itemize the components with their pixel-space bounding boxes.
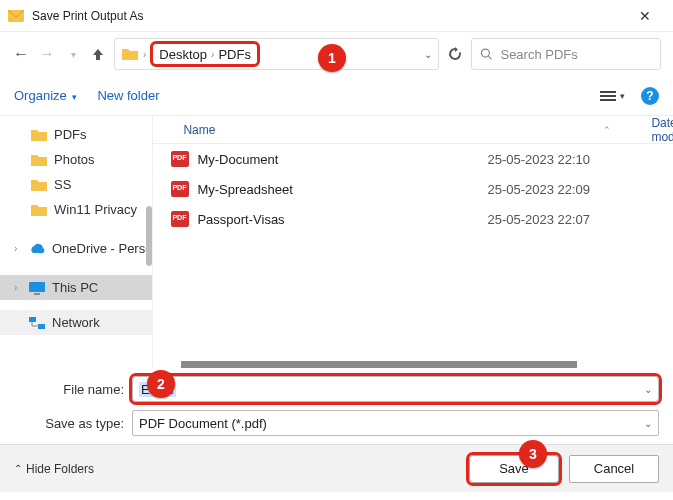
chevron-down-icon[interactable]: ⌄ bbox=[644, 418, 652, 429]
chevron-up-icon: ⌃ bbox=[14, 463, 22, 474]
col-date[interactable]: Date modified bbox=[651, 116, 673, 144]
view-menu[interactable]: ▾ bbox=[600, 90, 625, 102]
forward-button[interactable]: → bbox=[38, 45, 56, 63]
file-row[interactable]: My-Spreadsheet25-05-2023 22:09 bbox=[153, 174, 673, 204]
refresh-button[interactable] bbox=[447, 46, 463, 62]
sidebar-network[interactable]: ›Network bbox=[0, 310, 152, 335]
cloud-icon bbox=[28, 242, 46, 256]
help-button[interactable]: ? bbox=[641, 87, 659, 105]
folder-icon bbox=[30, 153, 48, 167]
callout-3: 3 bbox=[519, 440, 547, 468]
col-name[interactable]: Name bbox=[183, 123, 483, 137]
footer: ⌃ Hide Folders Save Cancel bbox=[0, 444, 673, 492]
sidebar: PDFs Photos SS Win11 Privacy ›OneDrive -… bbox=[0, 116, 152, 368]
callout-1: 1 bbox=[318, 44, 346, 72]
pdf-icon bbox=[171, 181, 189, 197]
file-list: Name ⌃ Date modified My-Document25-05-20… bbox=[152, 116, 673, 368]
chevron-right-icon: › bbox=[14, 243, 22, 254]
sidebar-folder[interactable]: Photos bbox=[0, 147, 152, 172]
svg-point-1 bbox=[481, 49, 489, 57]
cancel-button[interactable]: Cancel bbox=[569, 455, 659, 483]
folder-icon bbox=[30, 178, 48, 192]
saveastype-value: PDF Document (*.pdf) bbox=[139, 416, 267, 431]
file-row[interactable]: Passport-Visas25-05-2023 22:07 bbox=[153, 204, 673, 234]
search-icon bbox=[480, 47, 492, 61]
saveastype-label: Save as type: bbox=[40, 416, 132, 431]
organize-menu[interactable]: Organize ▾ bbox=[14, 88, 77, 103]
saveastype-select[interactable]: PDF Document (*.pdf) ⌄ bbox=[132, 410, 659, 436]
chevron-right-icon: › bbox=[143, 49, 146, 60]
sidebar-onedrive[interactable]: ›OneDrive - Perso bbox=[0, 236, 152, 261]
svg-rect-8 bbox=[29, 317, 36, 322]
svg-rect-7 bbox=[34, 293, 40, 295]
breadcrumb-desktop[interactable]: Desktop bbox=[159, 47, 207, 62]
new-folder-button[interactable]: New folder bbox=[97, 88, 159, 103]
envelope-icon bbox=[8, 10, 24, 22]
address-dropdown[interactable]: ⌄ bbox=[424, 49, 432, 60]
chevron-down-icon[interactable]: ⌄ bbox=[644, 384, 652, 395]
folder-icon bbox=[30, 203, 48, 217]
svg-rect-9 bbox=[38, 324, 45, 329]
close-button[interactable]: ✕ bbox=[625, 8, 665, 24]
back-button[interactable]: ← bbox=[12, 45, 30, 63]
chevron-right-icon: › bbox=[14, 282, 22, 293]
sidebar-folder[interactable]: SS bbox=[0, 172, 152, 197]
pdf-icon bbox=[171, 151, 189, 167]
sidebar-folder[interactable]: Win11 Privacy bbox=[0, 197, 152, 222]
svg-line-2 bbox=[488, 56, 491, 59]
form-area: File name: Email ⌄ Save as type: PDF Doc… bbox=[0, 368, 673, 436]
file-row[interactable]: My-Document25-05-2023 22:10 bbox=[153, 144, 673, 174]
monitor-icon bbox=[28, 281, 46, 295]
toolbar: Organize ▾ New folder ▾ ? bbox=[0, 76, 673, 116]
pdf-icon bbox=[171, 211, 189, 227]
breadcrumb-highlight: Desktop › PDFs bbox=[150, 41, 260, 67]
folder-icon bbox=[121, 47, 139, 61]
folder-icon bbox=[30, 128, 48, 142]
callout-2: 2 bbox=[147, 370, 175, 398]
horizontal-scrollbar[interactable] bbox=[181, 361, 576, 368]
breadcrumb-pdfs[interactable]: PDFs bbox=[218, 47, 251, 62]
network-icon bbox=[28, 316, 46, 330]
sidebar-this-pc[interactable]: ›This PC bbox=[0, 275, 152, 300]
sort-indicator-icon: ⌃ bbox=[603, 125, 611, 135]
title-bar: Save Print Output As ✕ bbox=[0, 0, 673, 32]
search-box[interactable] bbox=[471, 38, 661, 70]
address-bar[interactable]: › Desktop › PDFs ⌄ bbox=[114, 38, 439, 70]
hide-folders-link[interactable]: ⌃ Hide Folders bbox=[14, 462, 94, 476]
search-input[interactable] bbox=[498, 46, 652, 63]
sidebar-folder[interactable]: PDFs bbox=[0, 122, 152, 147]
window-title: Save Print Output As bbox=[32, 9, 625, 23]
svg-rect-6 bbox=[29, 282, 45, 292]
filename-label: File name: bbox=[40, 382, 132, 397]
column-headers[interactable]: Name ⌃ Date modified bbox=[153, 116, 673, 144]
filename-input[interactable]: Email ⌄ bbox=[132, 376, 659, 402]
up-button[interactable] bbox=[90, 46, 106, 62]
recent-dropdown[interactable]: ▾ bbox=[64, 49, 82, 60]
chevron-right-icon: › bbox=[211, 49, 214, 60]
